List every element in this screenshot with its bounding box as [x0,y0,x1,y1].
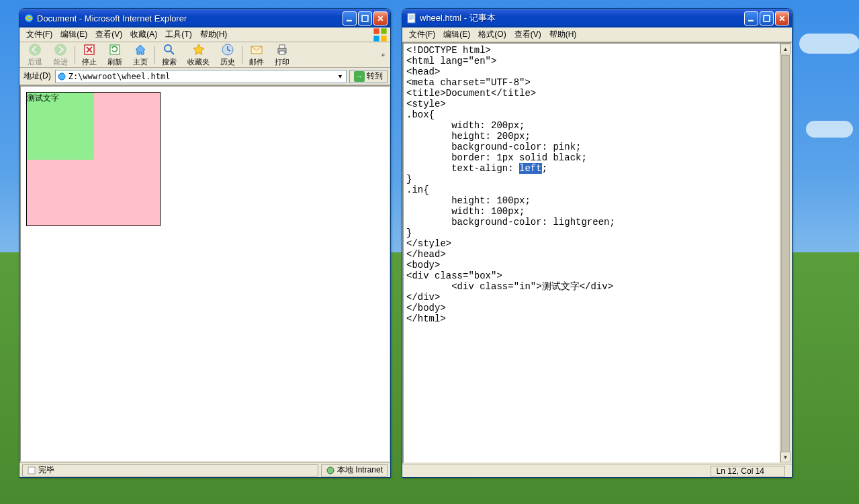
svg-rect-4 [381,28,386,34]
svg-rect-1 [347,19,352,21]
ie-title: Document - Microsoft Internet Explorer [37,13,343,23]
ie-menu-favorites[interactable]: 收藏(A) [126,28,161,42]
stop-icon [83,43,96,56]
back-icon [28,43,42,56]
address-field[interactable]: ▾ [55,70,347,83]
ie-search-button[interactable]: 搜索 [156,42,182,67]
ie-menu-tools[interactable]: 工具(T) [161,28,195,42]
np-menubar: 文件(F) 编辑(E) 格式(O) 查看(V) 帮助(H) [402,28,792,42]
ie-icon [24,13,34,23]
ie-statusbar: 完毕 本地 Intranet [19,462,390,477]
np-minimize-button[interactable] [744,11,758,26]
ie-window: Document - Microsoft Internet Explorer 文… [19,8,391,478]
notepad-icon [406,13,417,23]
history-icon [221,43,234,56]
svg-rect-3 [373,28,379,34]
np-menu-edit[interactable]: 编辑(E) [439,28,474,42]
np-editor[interactable]: <!DOCTYPE html><html lang="en"><head><me… [402,42,792,464]
ie-minimize-button[interactable] [343,11,357,26]
np-cursor-position: Ln 12, Col 14 [711,466,785,476]
svg-rect-21 [748,19,754,21]
windows-flag-icon [373,29,388,41]
svg-point-19 [327,467,334,474]
svg-point-17 [58,73,65,80]
svg-rect-5 [373,36,379,41]
np-menu-help[interactable]: 帮助(H) [545,28,581,42]
ie-home-button[interactable]: 主页 [128,42,153,67]
scroll-up-icon[interactable]: ▲ [780,44,790,54]
ie-toolbar: 后退 前进 停止 刷新 主页 搜索 收藏夹 历史 [19,42,390,68]
ie-history-button[interactable]: 历史 [215,42,240,67]
done-icon [27,466,36,475]
np-maximize-button[interactable] [760,11,774,26]
ie-menu-edit[interactable]: 编辑(E) [56,28,91,42]
address-label: 地址(D) [22,70,52,82]
svg-rect-22 [764,15,770,21]
np-close-button[interactable] [775,11,789,26]
ie-stop-button[interactable]: 停止 [77,42,102,67]
ie-menu-file[interactable]: 文件(F) [22,28,56,42]
svg-rect-6 [381,36,386,41]
svg-point-11 [165,45,171,52]
status-left: 完毕 [22,464,318,476]
ie-titlebar[interactable]: Document - Microsoft Internet Explorer [19,9,390,28]
svg-point-7 [29,44,41,56]
go-arrow-icon: → [354,71,365,82]
np-title: wheel.html - 记事本 [420,12,744,24]
ie-back-button[interactable]: 后退 [22,42,48,67]
np-menu-file[interactable]: 文件(F) [405,28,439,42]
ie-address-bar: 地址(D) ▾ → 转到 [19,68,390,85]
mail-icon [250,43,263,56]
np-menu-view[interactable]: 查看(V) [510,28,545,42]
ie-menu-view[interactable]: 查看(V) [91,28,126,42]
print-icon [275,43,289,56]
selected-text: left [519,163,542,174]
np-statusbar: Ln 12, Col 14 [402,464,792,477]
toolbar-overflow-icon[interactable]: » [378,51,388,58]
refresh-icon [108,43,122,56]
go-button[interactable]: → 转到 [349,70,388,83]
demo-box: 测试文字 [26,92,161,226]
svg-rect-15 [279,45,285,48]
svg-point-8 [54,44,66,56]
ie-page-viewport[interactable]: 测试文字 [19,85,390,462]
np-text-content[interactable]: <!DOCTYPE html><html lang="en"><head><me… [404,44,780,462]
notepad-window: wheel.html - 记事本 文件(F) 编辑(E) 格式(O) 查看(V)… [402,8,793,478]
np-menu-format[interactable]: 格式(O) [474,28,510,42]
np-titlebar[interactable]: wheel.html - 记事本 [402,9,792,28]
svg-rect-2 [362,15,368,21]
page-icon [57,72,66,81]
np-vertical-scrollbar[interactable]: ▲ ▼ [780,44,790,462]
home-icon [134,43,147,56]
address-input[interactable] [69,72,335,81]
star-icon [192,43,206,56]
svg-rect-18 [28,467,35,474]
ie-maximize-button[interactable] [358,11,372,26]
forward-icon [54,43,67,56]
status-zone: 本地 Intranet [321,464,388,476]
scroll-down-icon[interactable]: ▼ [780,452,790,462]
ie-mail-button[interactable]: 邮件 [244,42,269,67]
demo-inner: 测试文字 [27,93,94,160]
search-icon [163,43,176,56]
intranet-icon [326,466,335,475]
ie-menu-help[interactable]: 帮助(H) [196,28,232,42]
ie-refresh-button[interactable]: 刷新 [102,42,128,67]
ie-forward-button[interactable]: 前进 [48,42,73,67]
ie-print-button[interactable]: 打印 [269,42,295,67]
address-dropdown-icon[interactable]: ▾ [335,72,345,80]
ie-favorites-button[interactable]: 收藏夹 [182,42,215,67]
svg-rect-16 [279,51,285,54]
scroll-thumb[interactable] [781,55,790,464]
ie-close-button[interactable] [373,11,388,26]
ie-menubar: 文件(F) 编辑(E) 查看(V) 收藏(A) 工具(T) 帮助(H) [19,28,390,42]
